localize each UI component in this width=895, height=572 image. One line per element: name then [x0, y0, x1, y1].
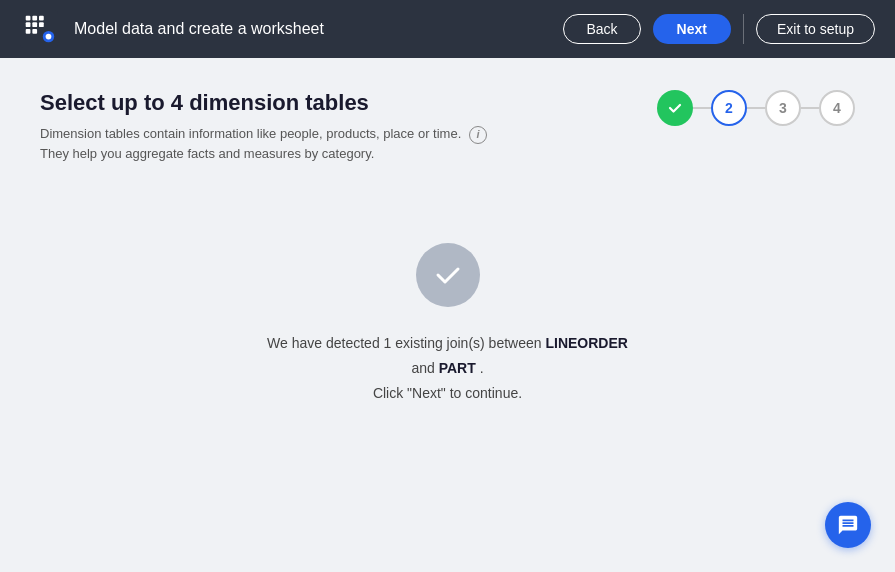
check-icon [433, 260, 463, 290]
chat-button[interactable] [825, 502, 871, 548]
step-3-label: 3 [779, 100, 787, 116]
check-circle [416, 243, 480, 307]
detection-line3: Click "Next" to continue. [373, 385, 522, 401]
svg-rect-3 [39, 16, 44, 21]
svg-rect-2 [32, 16, 37, 21]
step-3: 3 [765, 90, 801, 126]
step-connector-1-2 [693, 107, 711, 109]
exit-button[interactable]: Exit to setup [756, 14, 875, 44]
subtitle-line2: They help you aggregate facts and measur… [40, 146, 374, 161]
logo-icon [20, 10, 58, 48]
detection-line2: and PART . [411, 360, 483, 376]
header-actions: Back Next Exit to setup [563, 14, 875, 44]
svg-rect-1 [26, 16, 31, 21]
header: Model data and create a worksheet Back N… [0, 0, 895, 58]
title-block: Select up to 4 dimension tables Dimensio… [40, 90, 487, 163]
table-name-2: PART [439, 360, 476, 376]
top-section: Select up to 4 dimension tables Dimensio… [40, 90, 855, 163]
info-icon[interactable]: i [469, 126, 487, 144]
svg-rect-7 [26, 29, 31, 34]
main-content: Select up to 4 dimension tables Dimensio… [0, 58, 895, 572]
table-name-1: LINEORDER [545, 335, 627, 351]
svg-rect-8 [32, 29, 37, 34]
svg-rect-0 [20, 10, 58, 48]
chat-icon [837, 514, 859, 536]
logo [20, 10, 58, 48]
svg-rect-6 [39, 22, 44, 27]
step-4: 4 [819, 90, 855, 126]
step-connector-3-4 [801, 107, 819, 109]
next-button[interactable]: Next [653, 14, 731, 44]
step-2-label: 2 [725, 100, 733, 116]
svg-rect-4 [26, 22, 31, 27]
header-title: Model data and create a worksheet [74, 20, 547, 38]
step-2: 2 [711, 90, 747, 126]
detection-line1: We have detected 1 existing join(s) betw… [267, 335, 628, 351]
step-4-label: 4 [833, 100, 841, 116]
step-1 [657, 90, 693, 126]
subtitle-line1: Dimension tables contain information lik… [40, 126, 461, 141]
steps-indicator: 2 3 4 [657, 90, 855, 126]
svg-rect-5 [32, 22, 37, 27]
back-button[interactable]: Back [563, 14, 640, 44]
svg-point-10 [46, 34, 52, 40]
page-title: Select up to 4 dimension tables [40, 90, 487, 116]
header-divider [743, 14, 744, 44]
subtitle: Dimension tables contain information lik… [40, 124, 487, 163]
detection-message: We have detected 1 existing join(s) betw… [267, 331, 628, 407]
detection-area: We have detected 1 existing join(s) betw… [40, 243, 855, 407]
step-connector-2-3 [747, 107, 765, 109]
